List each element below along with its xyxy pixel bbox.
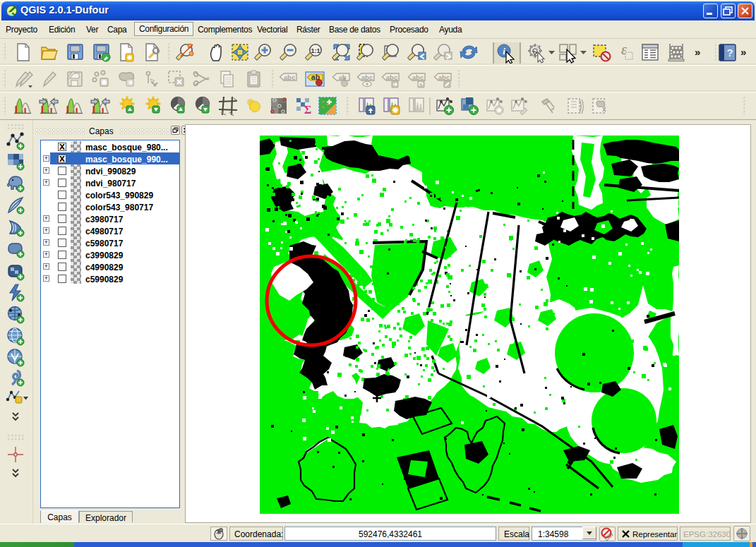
svg-text:1:1: 1:1: [311, 47, 320, 54]
svg-text:»: »: [740, 46, 746, 58]
svg-text:abc: abc: [284, 73, 295, 81]
svg-text:?: ?: [726, 47, 733, 59]
svg-text:abc: abc: [361, 73, 373, 81]
svg-text:»: »: [695, 46, 700, 58]
svg-text:abc: abc: [386, 73, 397, 81]
svg-text:Σ: Σ: [304, 104, 311, 116]
svg-text:abc: abc: [438, 73, 450, 81]
svg-text:i: i: [503, 46, 505, 56]
svg-text:abc: abc: [412, 73, 424, 81]
